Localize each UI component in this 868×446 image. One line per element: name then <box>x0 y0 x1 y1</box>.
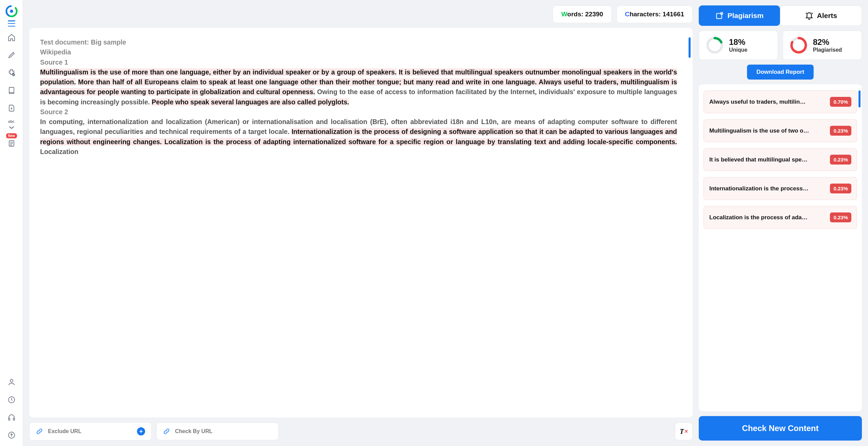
plagiarised-score-card: 82%Plagiarised <box>783 31 862 60</box>
check-new-content-button[interactable]: Check New Content <box>699 416 862 441</box>
menu-toggle-icon[interactable] <box>8 20 15 27</box>
words-stat: Words: 22390 <box>553 5 611 23</box>
plag-percent: 82% <box>813 37 842 47</box>
doc-wikipedia: Wikipedia <box>40 47 677 57</box>
matches-list: Always useful to traders, multilin…0.70%… <box>699 84 862 411</box>
doc-paragraph-2: In computing, internationalization and l… <box>40 117 677 157</box>
user-icon[interactable] <box>7 378 16 386</box>
exclude-url-field[interactable]: + <box>29 422 152 441</box>
home-icon[interactable] <box>7 33 16 41</box>
clear-text-button[interactable]: T✕ <box>675 423 693 440</box>
unique-percent: 18% <box>729 37 747 47</box>
scrollbar[interactable] <box>858 90 861 107</box>
download-report-button[interactable]: Download Report <box>747 65 814 80</box>
match-item[interactable]: Multilingualism is the use of two o…0.23… <box>704 119 857 142</box>
unique-score-card: 18%Unique <box>699 31 778 60</box>
report-icon[interactable]: New <box>7 139 16 148</box>
doc-source2: Source 2 <box>40 107 677 117</box>
characters-stat: Characters: 141661 <box>617 5 693 23</box>
svg-rect-13 <box>13 418 15 420</box>
upload-icon[interactable] <box>7 431 16 439</box>
doc-title: Test document: Big sample <box>40 37 677 47</box>
svg-point-10 <box>10 379 13 382</box>
checkby-url-field[interactable] <box>156 423 279 440</box>
tab-plagiarism[interactable]: Plagiarism <box>699 5 780 26</box>
svg-point-2 <box>10 10 13 13</box>
doc-source1: Source 1 <box>40 57 677 67</box>
extension-icon[interactable] <box>7 69 16 77</box>
sidebar: abc New <box>0 0 23 446</box>
link-icon <box>36 428 43 435</box>
logo <box>5 5 18 18</box>
scrollbar[interactable] <box>689 37 691 58</box>
headphones-icon[interactable] <box>7 413 16 422</box>
checkby-url-input[interactable] <box>175 428 272 434</box>
tablet-icon[interactable] <box>7 86 16 95</box>
link-icon <box>163 428 170 435</box>
new-badge: New <box>6 133 17 138</box>
history-icon[interactable] <box>7 396 16 404</box>
add-exclude-button[interactable]: + <box>137 427 145 435</box>
match-item[interactable]: Internationalization is the process…0.23… <box>704 177 857 200</box>
document-editor[interactable]: Test document: Big sample Wikipedia Sour… <box>29 28 693 417</box>
edit-icon[interactable] <box>7 51 16 59</box>
document-download-icon[interactable] <box>7 104 16 112</box>
spellcheck-icon[interactable]: abc <box>7 122 16 130</box>
doc-paragraph-1: Multilingualism is the use of more than … <box>40 67 677 107</box>
tab-alerts[interactable]: Alerts <box>780 5 862 26</box>
svg-rect-12 <box>8 418 10 420</box>
match-item[interactable]: It is believed that multilingual spe…0.2… <box>704 148 857 171</box>
exclude-url-input[interactable] <box>48 428 132 434</box>
match-item[interactable]: Localization is the process of ada…0.23% <box>704 206 857 229</box>
match-item[interactable]: Always useful to traders, multilin…0.70% <box>704 90 857 113</box>
